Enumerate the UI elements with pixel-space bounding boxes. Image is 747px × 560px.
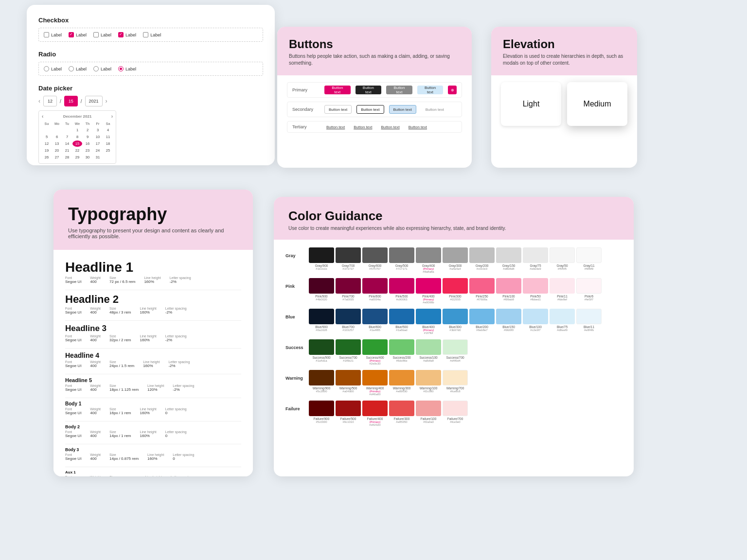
calendar-day[interactable] bbox=[62, 127, 72, 133]
typo-headline3-meta: FontSegoe UI Weight400 Size32px / 2 rem … bbox=[65, 334, 241, 342]
calendar-day[interactable]: 20 bbox=[52, 147, 62, 154]
secondary-outline-dark-button[interactable]: Button text bbox=[356, 105, 384, 114]
chevron-left-icon[interactable]: ‹ bbox=[38, 98, 40, 105]
color-swatch-primary: Gray/400 (Primary) #8a8a8a bbox=[416, 247, 441, 273]
calendar-day[interactable]: 5 bbox=[42, 134, 52, 140]
secondary-outline-button[interactable]: Button text bbox=[324, 105, 352, 114]
primary-light-button[interactable]: Button text bbox=[417, 86, 444, 94]
checkbox-label: Label bbox=[76, 33, 87, 37]
calendar-day[interactable] bbox=[42, 127, 52, 133]
day-header-fr: Fr bbox=[93, 121, 103, 126]
calendar-day[interactable]: 25 bbox=[103, 147, 113, 154]
calendar-day[interactable]: 14 bbox=[62, 140, 72, 147]
color-swatch: Warning/500 #a04a00 bbox=[336, 370, 361, 396]
tertiary-button-2[interactable]: Button text bbox=[352, 125, 374, 129]
color-swatch-primary: Warning/400 (Primary) #d46a00 bbox=[362, 370, 388, 396]
calendar-day[interactable]: 4 bbox=[103, 127, 113, 133]
calendar-day[interactable]: 10 bbox=[93, 134, 103, 140]
checkbox-item-2[interactable]: Label bbox=[69, 32, 87, 37]
calendar-day[interactable]: 8 bbox=[72, 134, 82, 140]
checkbox-checked[interactable] bbox=[118, 32, 124, 37]
calendar-day[interactable]: 16 bbox=[83, 140, 92, 147]
calendar-day-selected[interactable]: 15 bbox=[72, 140, 82, 147]
calendar-day[interactable]: 6 bbox=[52, 134, 62, 140]
tertiary-button-4[interactable]: Button text bbox=[407, 125, 429, 129]
swatch-hex: #a04a00 bbox=[342, 390, 354, 393]
checkbox-item-1[interactable]: Label bbox=[44, 32, 62, 37]
radio-unchecked[interactable] bbox=[69, 66, 74, 71]
calendar-day[interactable]: 19 bbox=[42, 147, 52, 154]
calendar-day[interactable]: 23 bbox=[83, 147, 92, 154]
calendar-day[interactable]: 17 bbox=[93, 140, 103, 147]
radio-unchecked[interactable] bbox=[44, 66, 49, 71]
secondary-selected-button[interactable]: Button text bbox=[389, 105, 416, 114]
color-swatch-primary: Success/400 (Primary) #2e9c30 bbox=[362, 339, 388, 365]
datepicker-year-input[interactable] bbox=[85, 96, 103, 106]
calendar-day[interactable]: 30 bbox=[83, 154, 92, 160]
day-header-tu: Tu bbox=[62, 121, 72, 126]
calendar-day[interactable]: 24 bbox=[93, 147, 103, 154]
color-swatch: Success/100 #a8dfa8 bbox=[416, 339, 441, 365]
checkbox-item-3[interactable]: Label bbox=[93, 32, 111, 37]
calendar-day[interactable] bbox=[103, 154, 113, 160]
buttons-header: Buttons Buttons help people take action,… bbox=[277, 27, 472, 75]
swatch-hex: #1f7fbf bbox=[424, 332, 433, 334]
swatch-name: Warning/500 bbox=[339, 386, 357, 390]
swatch-box bbox=[309, 247, 334, 263]
typo-body1-meta: FontSegoe UI Weight400 Size16px / 1 rem … bbox=[65, 407, 241, 415]
calendar-day[interactable]: 1 bbox=[72, 127, 82, 133]
calendar-day[interactable]: 22 bbox=[72, 147, 82, 154]
radio-item-1[interactable]: Label bbox=[44, 66, 62, 71]
calendar-day[interactable]: 27 bbox=[52, 154, 62, 160]
checkbox-unchecked[interactable] bbox=[44, 32, 49, 37]
swatch-box bbox=[576, 278, 602, 294]
calendar-day[interactable]: 7 bbox=[62, 134, 72, 140]
checkbox-label: Label bbox=[150, 33, 161, 37]
calendar-day[interactable]: 29 bbox=[72, 154, 82, 160]
swatch-name: Failure/300 bbox=[394, 417, 410, 420]
radio-item-2[interactable]: Label bbox=[69, 66, 87, 71]
swatch-box bbox=[416, 278, 441, 294]
chevron-right-icon[interactable]: › bbox=[106, 98, 107, 105]
calendar-day[interactable]: 2 bbox=[83, 127, 92, 133]
calendar-next-icon[interactable]: › bbox=[111, 114, 113, 119]
calendar-day[interactable]: 31 bbox=[93, 154, 103, 160]
primary-pink-button[interactable]: Button text bbox=[324, 86, 351, 94]
calendar-day[interactable]: 3 bbox=[93, 127, 103, 133]
radio-item-4[interactable]: Label bbox=[118, 66, 136, 71]
calendar-day[interactable]: 9 bbox=[83, 134, 92, 140]
checkbox-unchecked[interactable] bbox=[93, 32, 99, 37]
calendar-day[interactable]: 28 bbox=[62, 154, 72, 160]
swatch-hex: #6dc86e bbox=[396, 359, 407, 362]
datepicker-day-input[interactable] bbox=[64, 96, 78, 106]
calendar-day[interactable] bbox=[52, 127, 62, 133]
datepicker-month-input[interactable] bbox=[43, 96, 57, 106]
tertiary-button-1[interactable]: Button text bbox=[324, 125, 347, 129]
primary-icon-button[interactable]: ⊕ bbox=[448, 86, 457, 94]
primary-dark-button[interactable]: Button text bbox=[356, 86, 382, 94]
swatch-hex: #1a4d1a bbox=[316, 359, 327, 362]
checkbox-checked[interactable] bbox=[69, 32, 74, 37]
primary-gray-button[interactable]: Button text bbox=[386, 86, 412, 94]
radio-item-3[interactable]: Label bbox=[93, 66, 111, 71]
color-failure-label: Failure bbox=[285, 401, 306, 411]
swatch-name: Pink/700 bbox=[342, 295, 354, 298]
calendar-day[interactable]: 11 bbox=[103, 134, 113, 140]
checkbox-unchecked[interactable] bbox=[143, 32, 148, 37]
tertiary-button-3[interactable]: Button text bbox=[379, 125, 402, 129]
calendar-day[interactable]: 12 bbox=[42, 140, 52, 147]
calendar-prev-icon[interactable]: ‹ bbox=[42, 114, 43, 119]
checkbox-item-5[interactable]: Label bbox=[143, 32, 161, 37]
color-success-label: Success bbox=[285, 339, 306, 350]
swatch-box bbox=[443, 370, 468, 385]
checkbox-item-4[interactable]: Label bbox=[118, 32, 136, 37]
swatch-name: Failure/500 bbox=[340, 417, 356, 420]
calendar-day[interactable]: 26 bbox=[42, 154, 52, 160]
radio-checked[interactable] bbox=[118, 66, 124, 71]
secondary-ghost-button[interactable]: Button text bbox=[421, 105, 448, 114]
calendar-day[interactable]: 21 bbox=[62, 147, 72, 154]
swatch-box bbox=[336, 247, 361, 263]
calendar-day[interactable]: 18 bbox=[103, 140, 113, 147]
radio-unchecked[interactable] bbox=[93, 66, 99, 71]
calendar-day[interactable]: 13 bbox=[52, 140, 62, 147]
